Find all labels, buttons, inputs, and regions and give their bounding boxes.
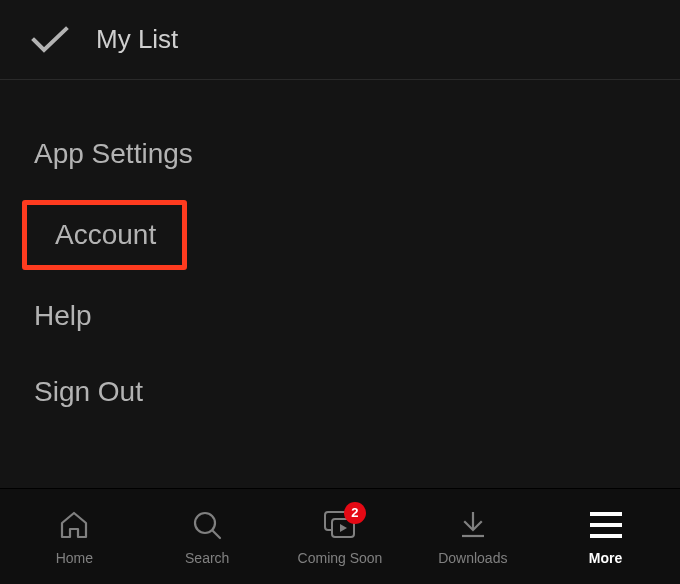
settings-item-sign-out[interactable]: Sign Out: [0, 354, 680, 430]
nav-more[interactable]: More: [539, 508, 672, 566]
settings-item-help[interactable]: Help: [0, 278, 680, 354]
download-icon: [458, 508, 488, 542]
settings-item-app-settings[interactable]: App Settings: [0, 116, 680, 192]
check-icon: [30, 25, 70, 55]
search-icon: [191, 508, 223, 542]
nav-label: Downloads: [438, 550, 507, 566]
nav-search[interactable]: Search: [141, 508, 274, 566]
bottom-nav: Home Search 2 Coming Soon: [0, 488, 680, 584]
settings-item-label: Sign Out: [0, 354, 177, 430]
settings-item-label: Help: [0, 278, 126, 354]
nav-label: Search: [185, 550, 229, 566]
nav-label: Coming Soon: [298, 550, 383, 566]
my-list-label: My List: [96, 24, 178, 55]
nav-downloads[interactable]: Downloads: [406, 508, 539, 566]
settings-item-label: App Settings: [0, 116, 227, 192]
svg-point-0: [195, 513, 215, 533]
badge: 2: [344, 502, 366, 524]
settings-item-account[interactable]: Account: [22, 200, 187, 270]
more-screen: My List App Settings Account Help Sign O…: [0, 0, 680, 584]
home-icon: [58, 508, 90, 542]
nav-home[interactable]: Home: [8, 508, 141, 566]
svg-line-1: [213, 531, 220, 538]
settings-item-label: Account: [55, 219, 156, 251]
nav-coming-soon[interactable]: 2 Coming Soon: [274, 508, 407, 566]
hamburger-icon: [590, 508, 622, 542]
settings-list: App Settings Account Help Sign Out: [0, 80, 680, 488]
nav-label: Home: [56, 550, 93, 566]
nav-label: More: [589, 550, 622, 566]
my-list-row[interactable]: My List: [0, 0, 680, 80]
